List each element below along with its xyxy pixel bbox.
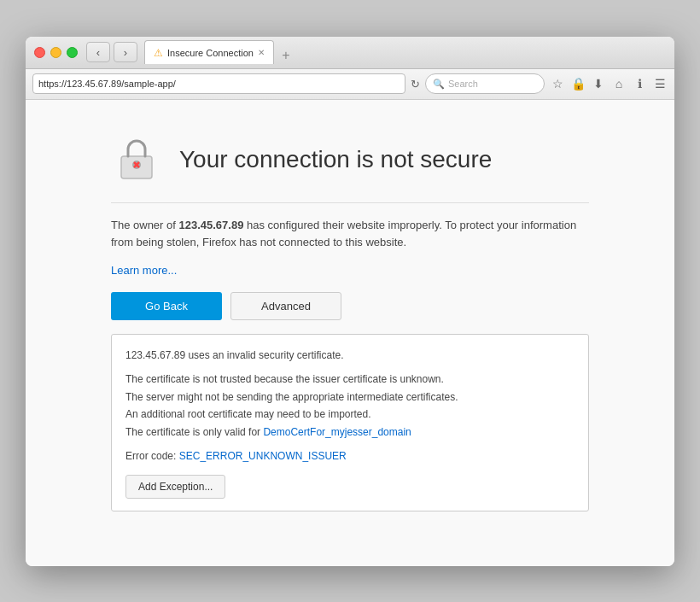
traffic-lights [34,47,78,58]
nav-buttons: ‹ › [86,42,137,62]
toolbar: https://123.45.67.89/sample-app/ ↻ 🔍 Sea… [26,69,674,100]
minimize-button[interactable] [50,47,61,58]
menu-icon[interactable]: ☰ [652,77,668,91]
title-bar: ‹ › ⚠ Insecure Connection ✕ + [26,37,674,69]
search-placeholder: Search [448,79,478,89]
maximize-button[interactable] [67,47,78,58]
refresh-button[interactable]: ↻ [411,78,420,91]
error-header: Your connection is not secure [111,134,589,185]
download-icon[interactable]: ⬇ [591,77,606,91]
advanced-line3: The server might not be sending the appr… [125,391,458,403]
advanced-line2: The certificate is not trusted because t… [125,373,444,385]
url-bar[interactable]: https://123.45.67.89/sample-app/ [32,73,405,94]
advanced-line1: 123.45.67.89 uses an invalid security ce… [125,347,575,364]
tab-close-icon[interactable]: ✕ [258,48,265,57]
new-tab-button[interactable]: + [277,47,295,64]
advanced-line4: An additional root certificate may need … [125,408,371,420]
error-icon [111,134,162,185]
advanced-panel: 123.45.67.89 uses an invalid security ce… [111,334,589,511]
close-button[interactable] [34,47,45,58]
home-icon[interactable]: ⌂ [611,77,627,91]
info-icon[interactable]: ℹ [632,77,647,91]
url-text: https://123.45.67.89/sample-app/ [38,79,176,89]
error-code-link[interactable]: SEC_ERROR_UNKNOWN_ISSUER [179,450,347,462]
go-back-button[interactable]: Go Back [111,292,222,320]
advanced-button[interactable]: Advanced [230,292,341,320]
page-content: Your connection is not secure The owner … [26,100,674,566]
button-row: Go Back Advanced [111,292,589,320]
pocket-icon[interactable]: 🔒 [570,77,586,91]
forward-button[interactable]: › [114,42,137,62]
search-icon: 🔍 [433,79,445,90]
back-button[interactable]: ‹ [86,42,110,62]
error-container: Your connection is not secure The owner … [111,134,589,512]
error-code-prefix: Error code: [125,450,179,462]
error-domain: 123.45.67.89 [179,219,244,231]
tab-warning-icon: ⚠ [154,47,163,59]
search-bar[interactable]: 🔍 Search [425,73,545,94]
tab-title: Insecure Connection [167,48,254,58]
bookmark-icon[interactable]: ☆ [550,77,565,91]
error-title: Your connection is not secure [179,146,492,173]
error-description: The owner of 123.45.67.89 has configured… [111,217,589,253]
add-exception-button[interactable]: Add Exception... [125,475,225,499]
tab-bar: ⚠ Insecure Connection ✕ + [144,40,659,64]
advanced-lines234: The certificate is not trusted because t… [125,371,575,441]
advanced-line5-prefix: The certificate is only valid for [125,426,263,438]
error-divider [111,202,589,203]
learn-more-link[interactable]: Learn more... [111,264,589,277]
browser-window: ‹ › ⚠ Insecure Connection ✕ + https://12… [26,37,674,566]
error-desc-prefix: The owner of [111,219,179,231]
error-code-line: Error code: SEC_ERROR_UNKNOWN_ISSUER [125,447,575,465]
cert-domain-link[interactable]: DemoCertFor_myjesser_domain [263,426,411,438]
toolbar-icons: ☆ 🔒 ⬇ ⌂ ℹ ☰ [550,77,668,91]
active-tab[interactable]: ⚠ Insecure Connection ✕ [144,40,274,64]
